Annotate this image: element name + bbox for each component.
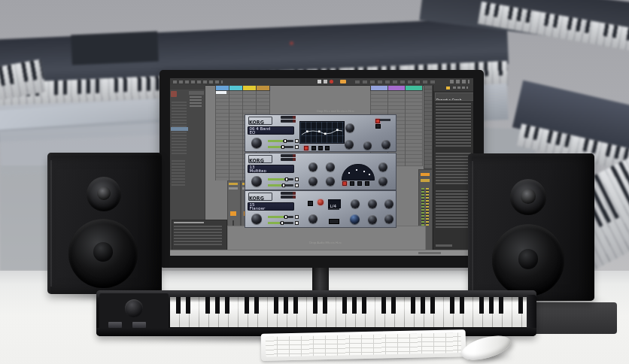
bypass-control[interactable] xyxy=(281,154,296,157)
automation-arm-chip[interactable] xyxy=(340,80,346,83)
browser-list-items[interactable] xyxy=(190,96,202,107)
browser-list-header xyxy=(189,91,204,95)
clip-column-2[interactable] xyxy=(229,91,243,180)
output-trim-slider[interactable] xyxy=(268,146,293,148)
clip-column-1[interactable] xyxy=(215,91,229,180)
selected-clip-slot[interactable] xyxy=(216,91,226,94)
link-button[interactable] xyxy=(375,124,381,129)
meter-fill xyxy=(268,184,281,187)
hi-damp-knob[interactable] xyxy=(384,214,394,223)
bypass-control[interactable] xyxy=(281,192,296,195)
freq-knob[interactable] xyxy=(345,140,354,149)
slider-handle[interactable] xyxy=(284,139,287,143)
loop-controls[interactable] xyxy=(355,80,438,83)
status-scrollbar[interactable] xyxy=(418,252,441,254)
korg-logo: KORG xyxy=(248,155,272,163)
lfo-freq-knob[interactable] xyxy=(351,199,360,208)
plugin-title-display[interactable]: 15 Flanger xyxy=(248,202,294,211)
plugin-window-4band-eq[interactable]: KORG 06 4 Band EQ xyxy=(245,114,397,152)
input-trim-slider[interactable] xyxy=(268,140,293,142)
record-button[interactable] xyxy=(330,80,333,83)
output-trim-slider[interactable] xyxy=(268,184,293,187)
track-header-4[interactable] xyxy=(256,85,270,91)
feedback-knob[interactable] xyxy=(368,215,377,224)
gain-knob[interactable] xyxy=(381,140,390,149)
delay-2-knob[interactable] xyxy=(326,162,335,171)
band-2-button[interactable] xyxy=(311,146,316,150)
program-control[interactable] xyxy=(281,158,296,161)
manual-knob[interactable] xyxy=(308,214,318,223)
device-view[interactable]: Drop Audio Effects Here xyxy=(227,226,426,251)
band-1-button[interactable] xyxy=(304,146,308,150)
wet-dry-knob[interactable] xyxy=(251,214,262,224)
browser-header xyxy=(170,85,205,89)
phase-knob[interactable] xyxy=(350,214,360,224)
band-3-button[interactable] xyxy=(318,146,323,150)
bypass-control[interactable] xyxy=(281,116,296,119)
play-button[interactable] xyxy=(318,80,321,83)
track-header-7[interactable] xyxy=(405,85,423,91)
track-header-6[interactable] xyxy=(387,85,406,91)
program-led xyxy=(293,120,296,123)
wet-dry-knob[interactable] xyxy=(251,176,262,187)
browser-selected-item[interactable] xyxy=(171,127,188,131)
stop-button[interactable] xyxy=(324,80,327,83)
slider-handle[interactable] xyxy=(284,215,287,219)
input-trim-slider[interactable] xyxy=(268,216,293,218)
tap-3-button[interactable] xyxy=(357,181,362,186)
track-header-2[interactable] xyxy=(229,85,243,91)
program-control[interactable] xyxy=(281,196,296,199)
master-chip[interactable] xyxy=(421,173,430,176)
clip-stop-button[interactable] xyxy=(230,211,236,216)
io-chip[interactable] xyxy=(229,183,238,185)
q-knob[interactable] xyxy=(363,141,372,150)
help-panel[interactable]: Report a Crash xyxy=(433,85,473,250)
band-4-button[interactable] xyxy=(325,146,330,150)
input-trim-slider[interactable] xyxy=(268,178,293,180)
help-panel-toolbar[interactable] xyxy=(433,85,473,91)
master-chip[interactable] xyxy=(421,179,430,182)
tempo-controls[interactable] xyxy=(173,80,223,83)
plugin-window-flanger[interactable]: KORG 15 Flanger L/4 xyxy=(245,190,397,228)
slider-handle[interactable] xyxy=(282,184,285,187)
tap-2-button[interactable] xyxy=(350,181,354,186)
plugin-window-multitap[interactable]: KORG 13 Multitap Cho/Dly xyxy=(245,153,397,190)
help-panel-scrollbar[interactable] xyxy=(436,244,452,247)
slider-handle[interactable] xyxy=(281,145,284,149)
program-control[interactable] xyxy=(281,120,296,123)
track-header-3[interactable] xyxy=(242,85,257,91)
level-2-knob[interactable] xyxy=(326,177,335,186)
bypass-led xyxy=(293,154,296,157)
wet-dry-knob[interactable] xyxy=(251,138,262,148)
delay-1-knob[interactable] xyxy=(308,162,318,171)
lfo-reset-button[interactable] xyxy=(318,199,324,205)
level-1-knob[interactable] xyxy=(308,177,318,186)
tempo-sync-button[interactable] xyxy=(329,219,339,224)
io-chip[interactable] xyxy=(229,187,238,190)
help-panel-buttons[interactable] xyxy=(453,86,468,89)
tap-pattern-display[interactable] xyxy=(342,164,375,180)
base-note-display[interactable]: L/4 xyxy=(328,199,341,208)
slider-handle[interactable] xyxy=(281,221,284,225)
track-header-1[interactable] xyxy=(215,85,229,91)
tap-1-button[interactable] xyxy=(342,181,347,186)
eq-curve-display[interactable] xyxy=(299,121,345,144)
clip-column-7[interactable] xyxy=(405,91,423,166)
t-mode-button[interactable] xyxy=(308,201,313,206)
level-meter xyxy=(426,188,429,226)
tap-4-button[interactable] xyxy=(365,181,369,186)
slider-handle[interactable] xyxy=(285,177,288,181)
plugin-title-display[interactable]: 06 4 Band EQ xyxy=(248,126,294,135)
lo-damp-knob[interactable] xyxy=(378,162,387,171)
browser-places[interactable] xyxy=(172,160,185,186)
track-header-5[interactable] xyxy=(370,85,388,91)
scene-launch-strip[interactable] xyxy=(424,85,433,169)
browser-collection-chip[interactable] xyxy=(171,91,177,97)
trim-knob[interactable] xyxy=(345,123,354,132)
cabinet-edge-highlight xyxy=(472,161,473,293)
depth-knob[interactable] xyxy=(384,199,394,208)
delay-knob[interactable] xyxy=(368,199,377,208)
feedback-knob[interactable] xyxy=(378,177,387,186)
output-trim-slider[interactable] xyxy=(268,222,293,224)
plugin-title-display[interactable]: 13 Multitap Cho/Dly xyxy=(248,165,294,173)
